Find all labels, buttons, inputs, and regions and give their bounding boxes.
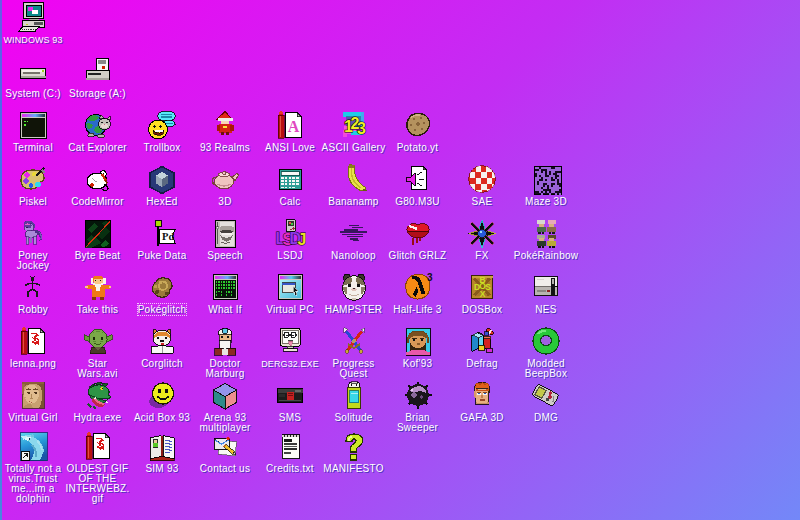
svg-text:3: 3 <box>427 272 433 283</box>
svg-text:S: S <box>485 282 491 292</box>
svg-text:J: J <box>298 231 307 248</box>
svg-text:A: A <box>288 118 300 135</box>
svg-text:Pd: Pd <box>162 231 174 242</box>
svg-text:X: X <box>480 289 486 299</box>
svg-text:3: 3 <box>357 120 366 137</box>
